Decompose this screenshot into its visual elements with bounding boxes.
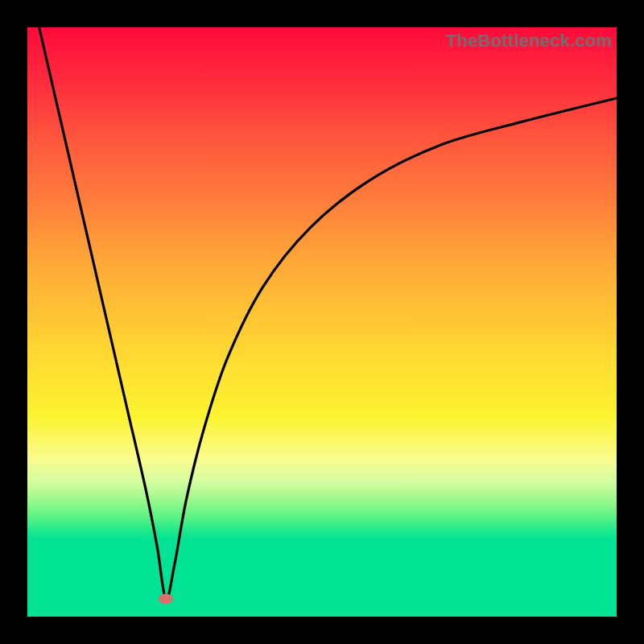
chart-frame: TheBottleneck.com bbox=[0, 0, 644, 644]
watermark-text: TheBottleneck.com bbox=[446, 31, 612, 52]
optimal-point-marker bbox=[159, 594, 173, 605]
bottleneck-curve bbox=[27, 27, 617, 617]
plot-outer: TheBottleneck.com bbox=[27, 27, 617, 617]
